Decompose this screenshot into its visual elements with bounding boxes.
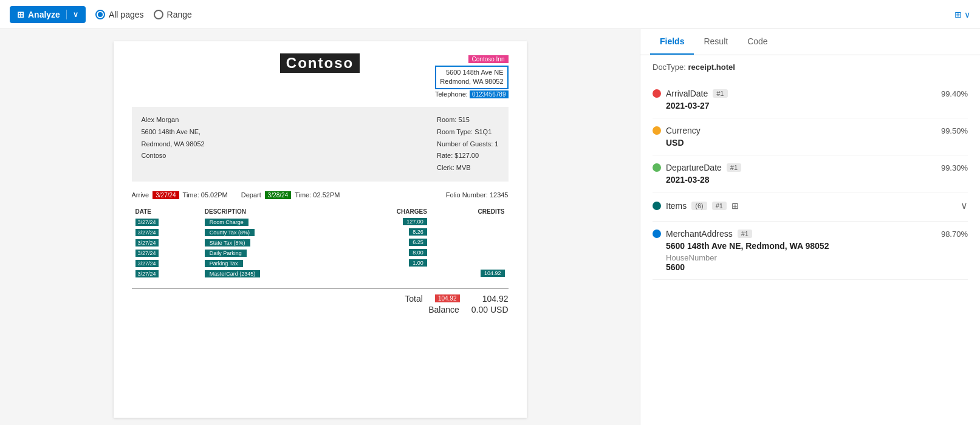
- range-radio[interactable]: [154, 10, 163, 19]
- col-date: DATE: [132, 206, 201, 217]
- page-selection: All pages Range: [95, 10, 192, 19]
- field-confidence: 98.70%: [941, 229, 968, 239]
- tab-fields[interactable]: Fields: [650, 29, 694, 55]
- guest-address2: Redmond, WA 98052: [142, 138, 205, 151]
- depart-date-badge: 3/28/24: [265, 191, 291, 199]
- total-value2: 104.92: [472, 294, 509, 304]
- field-header: ArrivalDate#199.40%: [653, 89, 968, 98]
- all-pages-radio[interactable]: [95, 10, 105, 19]
- row-desc-cell: Room Charge: [201, 217, 344, 227]
- guests-info: Number of Guests: 1: [437, 138, 499, 151]
- fields-content: DocType: receipt.hotel ArrivalDate#199.4…: [640, 55, 980, 425]
- field-value: USD: [653, 138, 968, 148]
- arrive-label: Arrive: [132, 191, 149, 199]
- guest-name: Alex Morgan: [142, 114, 205, 126]
- row-charge-cell: [344, 268, 431, 279]
- toolbar: ⊞ Analyze ∨ All pages Range ⊞ ∨: [0, 0, 980, 29]
- row-date-cell: 3/27/24: [132, 227, 201, 237]
- field-sub-value: 5600: [653, 262, 968, 272]
- document-container: Contoso Contoso Inn 5600 148th Ave NE Re…: [114, 41, 527, 418]
- balance-row: Balance 0.00 USD: [132, 305, 509, 314]
- analyze-button[interactable]: ⊞ Analyze ∨: [10, 6, 86, 23]
- table-row: 3/27/24 Parking Tax 1.00: [132, 258, 509, 268]
- field-header: DepartureDate#199.30%: [653, 163, 968, 172]
- layers-button[interactable]: ⊞ ∨: [954, 10, 970, 19]
- total-row: Total 104.92 104.92: [132, 294, 509, 304]
- document-panel: Contoso Contoso Inn 5600 148th Ave NE Re…: [0, 29, 640, 425]
- row-credit-cell: [431, 217, 509, 227]
- field-dot: [653, 89, 661, 98]
- field-confidence: 99.30%: [941, 163, 968, 172]
- fields-list: ArrivalDate#199.40%2021-03-27 Currency99…: [653, 81, 968, 280]
- field-dot: [653, 126, 661, 135]
- arrive-time: Time: 05.02PM: [183, 191, 228, 199]
- layers-icon: ⊞: [954, 10, 962, 19]
- arrive-row: Arrive 3/27/24 Time: 05.02PM Depart 3/28…: [132, 191, 509, 199]
- depart-time: Time: 02.52PM: [295, 191, 340, 199]
- table-divider: [132, 288, 509, 289]
- field-item: Currency99.50%USD: [653, 118, 968, 155]
- tab-code[interactable]: Code: [738, 29, 777, 55]
- tab-result[interactable]: Result: [694, 29, 738, 55]
- row-credit-cell: 104.92: [431, 268, 509, 279]
- field-sub-label: HouseNumber: [653, 253, 968, 262]
- row-charge-cell: 8.00: [344, 248, 431, 258]
- doctype-value: receipt.hotel: [688, 63, 735, 72]
- room-info: Room: 515: [437, 114, 499, 126]
- table-row: 3/27/24 County Tax (8%) 8.26: [132, 227, 509, 237]
- row-credit-cell: [431, 227, 509, 237]
- layers-chevron-icon: ∨: [964, 10, 970, 19]
- telephone-value: 0123456789: [470, 90, 509, 98]
- doc-info-left: Alex Morgan 5600 148th Ave NE, Redmond, …: [142, 114, 205, 174]
- field-table-icon: ⊞: [732, 201, 739, 211]
- fields-tabs: Fields Result Code: [640, 29, 980, 55]
- doctype-row: DocType: receipt.hotel: [653, 63, 968, 72]
- hotel-name-badge: Contoso Inn: [435, 53, 509, 66]
- guest-address1: 5600 148th Ave NE,: [142, 126, 205, 138]
- field-value: 5600 148th Ave NE, Redmond, WA 98052: [653, 241, 968, 251]
- field-name: MerchantAddress: [666, 229, 733, 239]
- charges-table: DATE DESCRIPTION CHARGES CREDITS 3/27/24…: [132, 206, 509, 279]
- row-credit-cell: [431, 248, 509, 258]
- field-header: MerchantAddress#198.70%: [653, 229, 968, 239]
- col-credits: CREDITS: [431, 206, 509, 217]
- hotel-address-line1: 5600 148th Ave NE: [446, 69, 504, 76]
- field-dot: [653, 202, 661, 210]
- main-content: Contoso Contoso Inn 5600 148th Ave NE Re…: [0, 29, 980, 425]
- row-date-cell: 3/27/24: [132, 268, 201, 279]
- depart-label: Depart: [241, 191, 261, 199]
- row-charge-cell: 127.00: [344, 217, 431, 227]
- row-credit-cell: [431, 237, 509, 248]
- all-pages-option[interactable]: All pages: [95, 10, 144, 19]
- field-header: Currency99.50%: [653, 126, 968, 135]
- doc-info-right: Room: 515 Room Type: S1Q1 Number of Gues…: [437, 114, 499, 174]
- row-charge-cell: 1.00: [344, 258, 431, 268]
- hotel-address-box: 5600 148th Ave NE Redmond, WA 98052: [435, 66, 508, 89]
- field-name: DepartureDate: [666, 163, 722, 172]
- total-value1: 104.92: [435, 294, 460, 302]
- clerk-info: Clerk: MVB: [437, 162, 499, 174]
- field-id-badge: #1: [727, 163, 741, 172]
- row-desc-cell: State Tax (8%): [201, 237, 344, 248]
- table-row: 3/27/24 State Tax (8%) 6.25: [132, 237, 509, 248]
- field-id-badge: #1: [712, 202, 727, 210]
- table-row: 3/27/24 MasterCard (2345) 104.92: [132, 268, 509, 279]
- field-value: 2021-03-28: [653, 175, 968, 185]
- analyze-label: Analyze: [28, 10, 60, 19]
- hotel-address-line2: Redmond, WA 98052: [440, 78, 503, 85]
- telephone-line: Telephone: 0123456789: [435, 90, 509, 98]
- field-dot: [653, 163, 661, 172]
- doc-title: Contoso: [280, 53, 360, 73]
- expand-chevron-icon[interactable]: ∨: [961, 200, 968, 211]
- rate-info: Rate: $127.00: [437, 150, 499, 162]
- field-value: 2021-03-27: [653, 101, 968, 110]
- range-label: Range: [167, 10, 192, 19]
- balance-label: Balance: [423, 305, 459, 314]
- row-date-cell: 3/27/24: [132, 237, 201, 248]
- field-name: ArrivalDate: [666, 89, 708, 98]
- col-description: DESCRIPTION: [201, 206, 344, 217]
- total-label: Total: [386, 294, 423, 304]
- range-option[interactable]: Range: [154, 10, 192, 19]
- field-id-badge: #1: [713, 89, 727, 98]
- row-date-cell: 3/27/24: [132, 217, 201, 227]
